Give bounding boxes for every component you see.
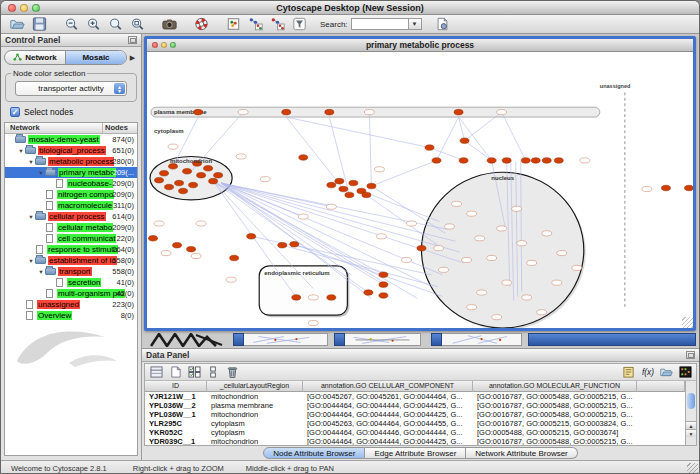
tree-row[interactable]: macromolecule311(0) <box>5 200 137 211</box>
table-cell[interactable]: YJR121W__1 <box>145 392 207 401</box>
network-view-window[interactable]: primary metabolic process plasma membran… <box>144 36 696 331</box>
minimize-button[interactable] <box>20 4 28 12</box>
network-node-unselected[interactable] <box>445 224 455 229</box>
network-node[interactable] <box>502 158 511 164</box>
network-node-unselected[interactable] <box>527 260 537 265</box>
network-node[interactable] <box>454 109 463 115</box>
table-header-cell[interactable]: annotation.GO CELLULAR_COMPONENT <box>303 381 473 392</box>
network-node-unselected[interactable] <box>497 110 507 115</box>
network-node[interactable] <box>169 164 178 170</box>
close-button[interactable] <box>8 4 16 12</box>
tree-row[interactable]: ▼transport558(0) <box>5 266 137 277</box>
network-node-unselected[interactable] <box>492 315 502 320</box>
tab-edge-attribute-browser[interactable]: Edge Attribute Browser <box>365 447 466 459</box>
network-node-unselected[interactable] <box>477 290 487 295</box>
tree-row[interactable]: secretion41(0) <box>5 277 137 288</box>
network-node[interactable] <box>425 145 434 151</box>
network-node[interactable] <box>432 158 441 164</box>
network-node-unselected[interactable] <box>475 236 485 241</box>
network-node-unselected[interactable] <box>517 241 527 246</box>
expand-arrow-icon[interactable]: ▼ <box>17 148 25 154</box>
unselect-attributes-icon[interactable] <box>205 365 221 379</box>
tree-row[interactable]: ▼establishment of lo558(0) <box>5 255 137 266</box>
tree-row[interactable]: unassigned223(0) <box>5 299 137 310</box>
network-node-unselected[interactable] <box>452 201 462 206</box>
expand-arrow-icon[interactable]: ▼ <box>27 258 35 264</box>
network-node-unselected[interactable] <box>467 211 477 216</box>
table-cell[interactable] <box>637 392 685 401</box>
network-node-unselected[interactable] <box>439 267 449 272</box>
overview-network-sliver[interactable] <box>150 333 228 347</box>
network-node-unselected[interactable] <box>326 204 336 209</box>
app-resize-grip[interactable] <box>687 463 698 474</box>
table-cell[interactable]: [GO:0016787, GO:0005215, GO:0003824, G..… <box>473 419 637 428</box>
tree-row[interactable]: ▼biological_process651(0) <box>5 145 137 156</box>
table-cell[interactable]: mitochondrion <box>207 410 303 419</box>
network-node[interactable] <box>230 255 239 261</box>
network-node-unselected[interactable] <box>226 277 236 282</box>
network-node[interactable] <box>149 236 158 242</box>
network-node-unselected[interactable] <box>552 280 562 285</box>
network-node[interactable] <box>282 109 291 115</box>
float-panel-icon[interactable] <box>686 351 695 359</box>
function-builder-icon[interactable]: f(x) <box>639 365 655 379</box>
network-overview-button[interactable] <box>222 16 244 33</box>
color-attribute-select[interactable]: transporter activity ▲▼ <box>15 81 127 96</box>
zoom-selected-button[interactable] <box>104 16 126 33</box>
network-node[interactable] <box>165 184 174 190</box>
network-node-unselected[interactable] <box>298 214 308 219</box>
tree-row[interactable]: nucleobase-209(0) <box>5 178 137 189</box>
network-node-unselected[interactable] <box>196 221 206 226</box>
network-node[interactable] <box>364 290 373 296</box>
scroll-down-button[interactable]: ▼ <box>686 429 696 437</box>
network-node[interactable] <box>521 158 530 164</box>
background-window-sliver[interactable] <box>345 333 421 346</box>
network-node[interactable] <box>204 166 213 172</box>
tree-col-network[interactable]: Network <box>5 123 103 133</box>
network-node[interactable] <box>327 182 336 188</box>
network-node[interactable] <box>460 138 469 144</box>
delete-attribute-icon[interactable] <box>224 365 240 379</box>
network-node[interactable] <box>367 183 376 189</box>
tree-row[interactable]: ▼primary metabo209(... <box>5 167 137 178</box>
filters-button[interactable] <box>288 16 310 33</box>
network-node-unselected[interactable] <box>406 221 416 226</box>
table-cell[interactable]: [GO:0044464, GO:0044444, GO:0044425, G..… <box>303 437 473 445</box>
network-node-unselected[interactable] <box>512 206 522 211</box>
table-scrollbar[interactable]: ▲ ▼ <box>685 381 696 445</box>
table-cell[interactable]: [GO:0016787, GO:0005488, GO:0005215, G..… <box>473 392 637 401</box>
network-node-unselected[interactable] <box>487 255 497 260</box>
network-canvas[interactable]: plasma membranecytoplasmendoplasmic reti… <box>147 52 693 328</box>
network-node-unselected[interactable] <box>260 177 270 182</box>
help-button[interactable] <box>190 16 212 33</box>
network-node[interactable] <box>487 158 496 164</box>
network-node[interactable] <box>292 295 301 301</box>
network-node-unselected[interactable] <box>580 158 590 163</box>
expand-arrow-icon[interactable]: ▼ <box>37 170 45 176</box>
background-window-corner[interactable] <box>431 333 442 346</box>
network-node[interactable] <box>197 172 206 178</box>
table-cell[interactable]: [GO:0045267, GO:0045261, GO:0044464, G..… <box>303 392 473 401</box>
matrix-view-icon[interactable] <box>677 365 693 379</box>
network-node-unselected[interactable] <box>308 295 318 300</box>
select-nodes-checkbox[interactable]: ✓ <box>10 107 20 117</box>
network-node[interactable] <box>661 185 670 191</box>
table-cell[interactable] <box>637 410 685 419</box>
network-window-titlebar[interactable]: primary metabolic process <box>147 39 693 52</box>
table-cell[interactable]: mitochondrion <box>207 437 303 445</box>
tab-network[interactable]: Network <box>5 51 65 64</box>
tree-row[interactable]: Overview8(0) <box>5 310 137 321</box>
network-node-unselected[interactable] <box>642 186 652 191</box>
zoom-fit-button[interactable] <box>126 16 148 33</box>
select-attributes-icon[interactable] <box>186 365 202 379</box>
background-window-sliver[interactable] <box>244 333 328 346</box>
tab-network-attribute-browser[interactable]: Network Attribute Browser <box>466 447 577 459</box>
scroll-up-button[interactable]: ▲ <box>686 421 696 429</box>
network-node-unselected[interactable] <box>161 251 171 256</box>
network-node[interactable] <box>189 182 198 188</box>
network-node[interactable] <box>531 158 540 164</box>
table-cell[interactable] <box>637 428 685 437</box>
table-cell[interactable]: [GO:0045263, GO:0044464, GO:0044455, G..… <box>303 419 473 428</box>
tree-row[interactable]: nitrogen compo209(0) <box>5 189 137 200</box>
table-header-cell[interactable] <box>637 381 685 392</box>
